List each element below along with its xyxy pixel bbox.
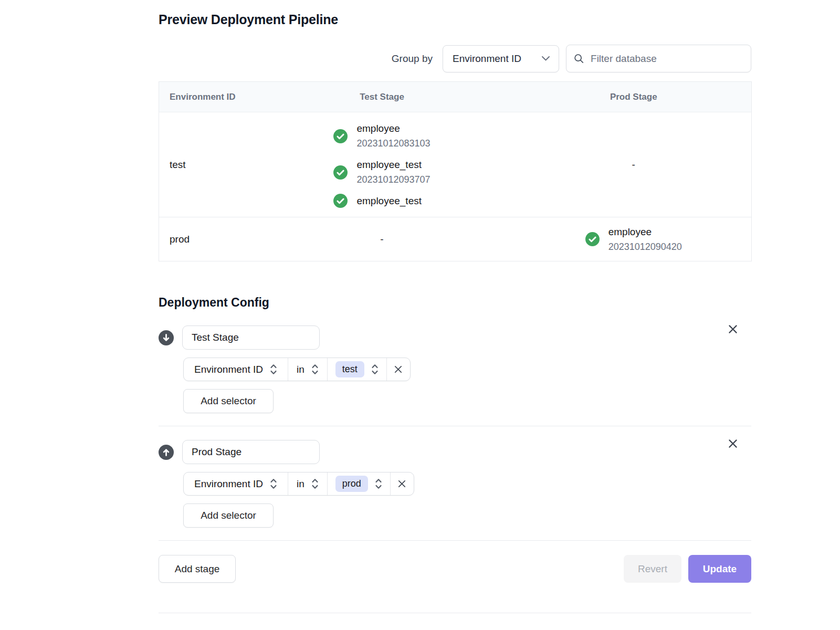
filter-database-input[interactable]: [590, 52, 743, 65]
column-header-test-stage: Test Stage: [248, 82, 516, 112]
update-button[interactable]: Update: [688, 555, 751, 583]
updown-chevrons-icon: [270, 363, 277, 375]
database-item: employee_test 20231012093707: [333, 157, 430, 187]
database-list: employee 20231012083103 employee_test 20…: [333, 121, 430, 208]
column-header-environment-id: Environment ID: [159, 82, 248, 112]
stage-name-input[interactable]: [182, 326, 320, 350]
selector-value-select[interactable]: prod: [327, 472, 390, 495]
close-icon: [397, 479, 407, 489]
close-icon: [727, 323, 739, 335]
check-circle-icon: [333, 165, 348, 180]
stage-header: [159, 326, 751, 350]
updown-chevrons-icon: [371, 363, 379, 375]
selector-key-value: Environment ID: [194, 478, 263, 490]
bottom-divider: [159, 613, 751, 613]
database-version: 20231012093707: [356, 172, 430, 187]
database-list: employee 20231012090420: [585, 224, 682, 255]
group-by-select[interactable]: Environment ID: [443, 45, 559, 72]
remove-selector-button[interactable]: [390, 472, 414, 495]
selector-value-tag: test: [335, 361, 364, 377]
move-stage-down-button[interactable]: [159, 330, 174, 345]
updown-chevrons-icon: [311, 363, 319, 375]
search-icon: [574, 53, 584, 64]
database-name: employee: [356, 121, 430, 136]
check-circle-icon: [333, 129, 348, 143]
chevron-down-icon: [541, 56, 550, 61]
column-header-prod-stage: Prod Stage: [516, 82, 752, 112]
arrow-down-circle-icon: [159, 330, 174, 345]
selector-operator-value: in: [297, 364, 304, 375]
selector-key-select[interactable]: Environment ID: [184, 472, 288, 495]
database-name: employee_test: [356, 193, 422, 208]
table-row-test: test employee 20231012083103: [159, 112, 752, 217]
prod-stage-cell: employee 20231012090420: [516, 217, 752, 261]
stage-block-prod: Environment ID in prod Add selector: [159, 440, 751, 528]
toolbar: Group by Environment ID: [159, 45, 751, 72]
environment-id-cell: test: [159, 112, 248, 217]
remove-stage-button[interactable]: [725, 436, 741, 452]
test-stage-cell: employee 20231012083103 employee_test 20…: [248, 112, 516, 217]
selector-value-tag: prod: [335, 476, 368, 492]
environment-id-cell: prod: [159, 217, 248, 261]
database-item: employee_test: [333, 193, 422, 208]
footer-actions: Add stage Revert Update: [159, 555, 751, 583]
selector-value-select[interactable]: test: [327, 358, 386, 381]
divider: [159, 426, 751, 426]
database-name: employee: [608, 224, 682, 239]
updown-chevrons-icon: [311, 478, 319, 490]
prod-stage-cell-empty: -: [516, 112, 752, 217]
table-row-prod: prod - employee 20231012090420: [159, 217, 752, 261]
page-title: Preview Deployment Pipeline: [159, 12, 751, 27]
stage-name-input[interactable]: [182, 440, 320, 464]
selector-operator-value: in: [297, 478, 304, 490]
remove-selector-button[interactable]: [386, 358, 410, 381]
group-by-label: Group by: [392, 53, 433, 65]
test-stage-cell-empty: -: [248, 217, 516, 261]
database-name: employee_test: [356, 157, 430, 172]
close-icon: [727, 438, 739, 449]
add-selector-button[interactable]: Add selector: [183, 503, 274, 528]
move-stage-up-button[interactable]: [159, 445, 174, 460]
group-by-selected-value: Environment ID: [453, 53, 521, 65]
updown-chevrons-icon: [270, 478, 277, 490]
arrow-up-circle-icon: [159, 445, 174, 460]
divider: [159, 540, 751, 541]
deployment-pipeline-panel: Preview Deployment Pipeline Group by Env…: [159, 12, 751, 613]
pipeline-preview-table: Environment ID Test Stage Prod Stage tes…: [159, 81, 752, 261]
remove-stage-button[interactable]: [725, 321, 741, 337]
check-circle-icon: [585, 232, 600, 246]
database-item: employee 20231012090420: [585, 224, 682, 255]
selector-operator-select[interactable]: in: [288, 472, 327, 495]
selector-row: Environment ID in test: [183, 358, 411, 381]
check-circle-icon: [333, 194, 348, 208]
table-header-row: Environment ID Test Stage Prod Stage: [159, 82, 752, 112]
database-version: 20231012090420: [608, 239, 682, 255]
revert-button[interactable]: Revert: [624, 555, 681, 583]
stage-header: [159, 440, 751, 464]
database-item: employee 20231012083103: [333, 121, 430, 151]
updown-chevrons-icon: [375, 478, 382, 490]
selector-key-value: Environment ID: [194, 364, 263, 375]
selector-key-select[interactable]: Environment ID: [184, 358, 288, 381]
add-stage-button[interactable]: Add stage: [159, 555, 236, 583]
filter-database-box: [566, 45, 751, 72]
deployment-config-title: Deployment Config: [159, 295, 751, 310]
stage-block-test: Environment ID in test Add selector: [159, 326, 751, 413]
database-version: 20231012083103: [356, 136, 430, 151]
selector-row: Environment ID in prod: [183, 472, 414, 496]
close-icon: [393, 364, 403, 374]
add-selector-button[interactable]: Add selector: [183, 389, 274, 413]
selector-operator-select[interactable]: in: [288, 358, 327, 381]
